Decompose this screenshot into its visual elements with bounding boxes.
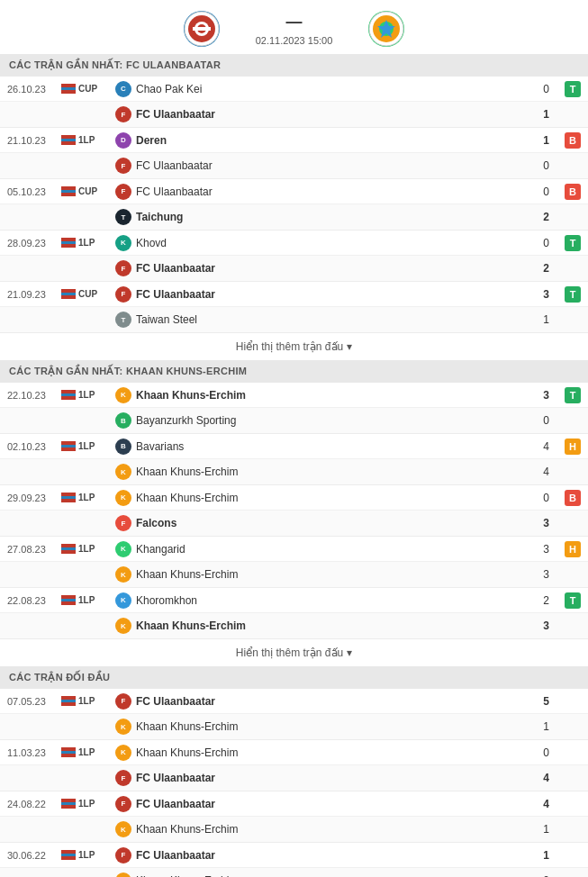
flag-icon xyxy=(61,135,76,145)
h2h-matches-list: 07.05.23 1LP F FC Ulaanbaatar 5 K Khaan … xyxy=(0,689,588,877)
team2-col: K Khaan Khuns-Erchim xyxy=(115,566,531,583)
competition-cell: 1LP xyxy=(61,238,115,248)
match-block: 02.10.23 1LP B Bavarians 4 H K Khaan Khu… xyxy=(0,434,588,485)
match-header: — 02.11.2023 15:00 xyxy=(0,0,588,54)
team2-col: F FC Ulaanbaatar xyxy=(115,106,531,122)
match-block: 27.08.23 1LP K Khangarid 3 H K Khaan Khu… xyxy=(0,537,588,588)
team2-col: B Bayanzurkh Sporting xyxy=(115,412,531,429)
team1-col: F FC Ulaanbaatar xyxy=(115,184,531,200)
team2-name: Bayanzurkh Sporting xyxy=(136,414,236,427)
comp-label: 1LP xyxy=(78,135,95,145)
match-block: 28.09.23 1LP K Khovd 0 T F FC Ulaanbaata… xyxy=(0,231,588,282)
team1-name: Khaan Khuns-Erchim xyxy=(136,389,246,402)
team1-col: F FC Ulaanbaatar xyxy=(115,286,531,303)
match-block: 26.10.23 CUP C Chao Pak Kei 0 T F FC Ula… xyxy=(0,77,588,128)
result-badge: T xyxy=(565,286,581,303)
match-date-cell: 28.09.23 xyxy=(7,238,61,249)
team1-col: F FC Ulaanbaatar xyxy=(115,796,531,812)
competition-cell: CUP xyxy=(61,186,115,196)
flag-icon xyxy=(61,441,76,451)
flag-icon xyxy=(61,238,76,248)
flag-icon xyxy=(61,84,76,94)
team2-col: T Taichung xyxy=(115,209,531,225)
team2-col: F Falcons xyxy=(115,515,531,531)
match-date-cell: 22.10.23 xyxy=(7,390,61,401)
flag-icon xyxy=(61,493,76,502)
score2: 1 xyxy=(535,720,557,733)
flag-icon xyxy=(61,595,76,605)
score2: 0 xyxy=(535,414,557,427)
score1: 0 xyxy=(535,83,557,95)
svg-rect-4 xyxy=(193,27,211,31)
match-block: 07.05.23 1LP F FC Ulaanbaatar 5 K Khaan … xyxy=(0,689,588,740)
flag-icon xyxy=(61,747,76,757)
team1-col: D Deren xyxy=(115,132,531,149)
competition-cell: 1LP xyxy=(61,850,115,860)
score-display: — xyxy=(256,13,333,32)
team1-col: F FC Ulaanbaatar xyxy=(115,847,531,863)
match-date-cell: 29.09.23 xyxy=(7,493,61,503)
score1: 5 xyxy=(535,695,557,708)
team2-col: T Taiwan Steel xyxy=(115,312,531,328)
score2: 4 xyxy=(535,772,557,784)
team2-col: F FC Ulaanbaatar xyxy=(115,158,531,174)
match-block: 22.10.23 1LP K Khaan Khuns-Erchim 3 T B … xyxy=(0,383,588,434)
score1: 0 xyxy=(535,492,557,504)
team1-col: K Khoromkhon xyxy=(115,592,531,609)
score1: 3 xyxy=(535,543,557,556)
competition-cell: 1LP xyxy=(61,799,115,809)
team2-name: Khaan Khuns-Erchim xyxy=(136,568,238,581)
team2-col: K Khaan Khuns-Erchim xyxy=(115,464,531,480)
team1-name: FC Ulaanbaatar xyxy=(136,185,213,198)
team2-name: Taichung xyxy=(136,211,183,223)
competition-cell: 1LP xyxy=(61,696,115,706)
comp-label: 1LP xyxy=(78,493,95,502)
home-team-header xyxy=(184,11,220,47)
match-date-cell: 24.08.22 xyxy=(7,799,61,809)
chevron-down-icon-2: ▾ xyxy=(347,646,352,659)
comp-label: 1LP xyxy=(78,850,95,860)
section-h2h: CÁC TRẬN ĐỐI ĐẦU xyxy=(0,666,588,689)
comp-label: 1LP xyxy=(78,238,95,248)
team2-name: Falcons xyxy=(136,517,176,529)
away-team-header xyxy=(368,11,404,47)
section-recent-away: CÁC TRẬN GẦN NHẤT: KHAAN KHUNS-ERCHIM xyxy=(0,360,588,383)
team1-name: Deren xyxy=(136,134,167,147)
score2: 3 xyxy=(535,619,557,632)
team2-name: FC Ulaanbaatar xyxy=(136,262,215,275)
score1: 2 xyxy=(535,594,557,607)
team2-name: Khaan Khuns-Erchim xyxy=(136,619,246,632)
home-matches-list: 26.10.23 CUP C Chao Pak Kei 0 T F FC Ula… xyxy=(0,77,588,333)
section-recent-home: CÁC TRẬN GẦN NHẤT: FC ULAANBAATAR xyxy=(0,54,588,77)
competition-cell: 1LP xyxy=(61,747,115,757)
result-badge: T xyxy=(565,235,581,251)
match-date-cell: 05.10.23 xyxy=(7,186,61,197)
team2-name: Taiwan Steel xyxy=(136,313,197,326)
result-badge: B xyxy=(565,184,581,200)
match-block: 11.03.23 1LP K Khaan Khuns-Erchim 0 F FC… xyxy=(0,740,588,791)
match-block: 21.10.23 1LP D Deren 1 B F FC Ulaanbaata… xyxy=(0,128,588,179)
team1-col: C Chao Pak Kei xyxy=(115,81,531,97)
score1: 4 xyxy=(535,440,557,453)
match-date-cell: 21.10.23 xyxy=(7,135,61,146)
flag-icon xyxy=(61,186,76,196)
team1-name: Khoromkhon xyxy=(136,594,197,607)
flag-icon xyxy=(61,390,76,400)
team1-col: B Bavarians xyxy=(115,438,531,455)
team1-name: Khaan Khuns-Erchim xyxy=(136,492,238,504)
show-more-home[interactable]: Hiển thị thêm trận đấu ▾ xyxy=(0,333,588,360)
team1-name: Chao Pak Kei xyxy=(136,83,202,95)
team1-name: Khovd xyxy=(136,237,167,249)
score1: 3 xyxy=(535,288,557,301)
match-block: 05.10.23 CUP F FC Ulaanbaatar 0 B T Taic… xyxy=(0,179,588,231)
team2-name: Khaan Khuns-Erchim xyxy=(136,466,238,478)
score2: 1 xyxy=(535,823,557,836)
score1: 1 xyxy=(535,134,557,147)
show-more-away[interactable]: Hiển thị thêm trận đấu ▾ xyxy=(0,639,588,666)
match-block: 21.09.23 CUP F FC Ulaanbaatar 3 T T Taiw… xyxy=(0,282,588,333)
away-team-logo xyxy=(368,11,404,47)
team1-name: FC Ulaanbaatar xyxy=(136,695,215,708)
score2: 3 xyxy=(535,517,557,529)
result-badge: H xyxy=(565,541,581,557)
competition-cell: 1LP xyxy=(61,595,115,605)
